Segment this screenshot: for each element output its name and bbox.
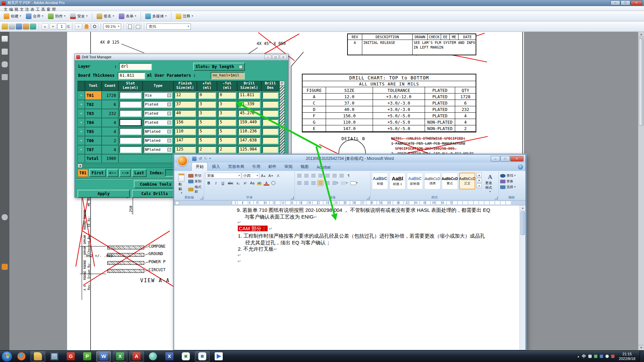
signatures-panel-icon[interactable] <box>2 74 8 80</box>
slot-len-input-focused[interactable] <box>118 118 143 127</box>
slot-len-input[interactable] <box>118 109 143 118</box>
acrobat-titlebar[interactable]: 相关尺寸.PDF - Adobe Acrobat Pro – □ × <box>0 0 644 6</box>
zoom-level-select[interactable]: 99.1%▾ <box>103 23 121 30</box>
asian-layout-icon[interactable] <box>331 173 338 179</box>
enclose-character-button[interactable] <box>270 180 277 186</box>
combine-button[interactable]: 合并▾ <box>24 12 45 20</box>
taskbar-app-p-icon[interactable]: P <box>80 351 95 362</box>
word-maximize-button[interactable]: □ <box>500 156 510 162</box>
combine-tools-button[interactable]: Combine Tools <box>134 180 177 188</box>
styles-scroll-up-icon[interactable]: ▲ <box>477 173 482 178</box>
layers-panel-icon[interactable] <box>2 61 8 67</box>
borders-icon[interactable]: ▾ <box>349 180 359 186</box>
next-button[interactable]: --> <box>119 169 131 177</box>
tool-cell[interactable]: T07 <box>85 145 102 154</box>
multilevel-list-icon[interactable] <box>310 173 317 179</box>
menu-file[interactable]: 文件(F) <box>1 7 6 10</box>
finish-size-input[interactable]: 12 <box>173 91 197 100</box>
ime-indicator[interactable]: 中 <box>582 354 586 359</box>
tool-cell[interactable]: T04 <box>85 118 102 127</box>
minus-tol-input[interactable]: 3 <box>217 100 237 109</box>
first-button[interactable]: First <box>89 169 106 177</box>
font-dialog-launcher[interactable] <box>291 196 294 199</box>
copy-button[interactable]: 复制 <box>188 179 203 184</box>
scroll-down-icon[interactable]: ▼ <box>638 345 644 350</box>
minus-tol-input[interactable]: 5 <box>217 127 237 136</box>
change-case-button[interactable]: Aa <box>249 180 255 186</box>
drill-des-input[interactable] <box>261 109 279 118</box>
dropdown-icon[interactable] <box>167 130 171 133</box>
taskbar-app-g-icon[interactable]: G <box>63 351 78 362</box>
slot-len-input[interactable] <box>118 136 143 145</box>
secure-button[interactable]: 安全▾ <box>68 12 90 20</box>
email-icon[interactable] <box>23 23 29 29</box>
menu-document[interactable]: 文档(D) <box>17 7 22 10</box>
align-center-icon[interactable] <box>303 180 310 186</box>
minus-tol-input[interactable]: 0 <box>217 91 237 100</box>
word-titlebar[interactable]: ↺ ↻ ▾ 20130913102542734 [兼容模式] - Microso… <box>174 155 526 163</box>
drill-des-input[interactable] <box>261 100 279 109</box>
style-chip-selected[interactable]: AaBbCcD正文 <box>459 173 475 189</box>
plus-tol-input[interactable]: 3 <box>197 100 217 109</box>
decrease-indent-icon[interactable] <box>317 173 324 179</box>
word-vscrollbar[interactable]: ▲ <box>520 205 526 350</box>
tray-hidden-icons-arrow[interactable]: ▲ <box>577 355 580 358</box>
type-dropdown[interactable]: Plated <box>143 118 173 127</box>
word-scroll-up-icon[interactable]: ▲ <box>520 205 526 211</box>
plus-tol-input[interactable]: 5 <box>197 118 217 127</box>
menu-tools[interactable]: 工具(T) <box>33 7 39 10</box>
show-marks-icon[interactable]: ¶ <box>345 173 352 179</box>
tab-review[interactable]: 审阅 <box>281 163 296 171</box>
row-handle-icon[interactable]: + <box>77 145 85 154</box>
style-chip[interactable]: AaBbCcD要点 <box>442 173 458 189</box>
slot-len-input[interactable] <box>118 100 143 109</box>
style-chip[interactable]: AaBl标题 1 <box>389 173 406 189</box>
layer-input[interactable]: drl <box>119 63 152 70</box>
select-button[interactable]: 选择▾ <box>500 185 516 189</box>
taskbar-viewer-icon[interactable] <box>178 351 193 362</box>
type-dropdown[interactable]: NPlated <box>143 136 173 145</box>
drill-des-input[interactable] <box>261 145 279 154</box>
dropdown-icon[interactable] <box>167 103 171 106</box>
clear-formatting-button[interactable]: A <box>275 173 281 179</box>
fit-page-icon[interactable] <box>134 23 142 30</box>
minus-tol-input[interactable]: 3 <box>217 109 237 118</box>
zoom-marquee-icon[interactable] <box>91 23 98 30</box>
taskbar-clock[interactable]: 21:152022/8/18 <box>617 352 637 361</box>
hand-tool-icon[interactable] <box>83 23 90 30</box>
drill-des-input[interactable] <box>261 118 279 127</box>
font-color-button[interactable]: A <box>263 180 270 186</box>
scroll-thumb[interactable] <box>639 39 643 126</box>
row-handle-icon[interactable]: + <box>77 109 85 118</box>
drill-des-input[interactable] <box>261 91 279 100</box>
replace-button[interactable]: 替换 <box>500 179 516 184</box>
finish-size-input[interactable]: 40 <box>173 109 197 118</box>
row-handle-icon[interactable]: + <box>77 136 85 145</box>
drill-des-input[interactable] <box>261 136 279 145</box>
menu-edit[interactable]: 编辑(E) <box>6 7 12 10</box>
taskbar-computer-icon[interactable] <box>47 351 62 362</box>
tool-cell[interactable]: T06 <box>85 136 102 145</box>
taskbar-browser-icon[interactable] <box>146 351 160 362</box>
office-button[interactable] <box>177 156 188 166</box>
taskbar-app-x-icon[interactable]: X <box>162 351 177 362</box>
row-handle-icon[interactable]: + <box>77 91 85 100</box>
word-document-page[interactable]: 9. 若新单 710 图纸有说明按照 202-100298-004 ， 不管制板… <box>174 205 526 350</box>
comment-button[interactable]: 注释▾ <box>174 12 195 20</box>
user-params-input[interactable]: no_hasl+1mil <box>211 72 245 79</box>
dtm-close-button[interactable]: × <box>280 55 287 59</box>
cut-button[interactable]: 剪切 <box>188 173 203 178</box>
slots-dropdown[interactable]: Slots:By length <box>193 63 245 71</box>
dropdown-icon[interactable] <box>167 121 171 124</box>
style-chip[interactable]: AaBbC标题 <box>372 173 388 189</box>
slot-len-input[interactable] <box>118 127 143 136</box>
finish-size-input[interactable]: 110 <box>173 127 197 136</box>
taskbar-word-icon[interactable]: W <box>96 351 111 362</box>
row-handle-icon[interactable]: + <box>77 100 85 109</box>
tab-home[interactable]: 开始 <box>192 162 208 171</box>
menu-comments[interactable]: 注释(C) <box>22 7 28 10</box>
highlight-color-button[interactable]: ab <box>256 180 263 186</box>
dtm-vscrollbar[interactable]: F <box>279 81 285 163</box>
browser-icon[interactable] <box>30 23 36 29</box>
format-painter-button[interactable]: 格式刷 <box>188 185 203 194</box>
